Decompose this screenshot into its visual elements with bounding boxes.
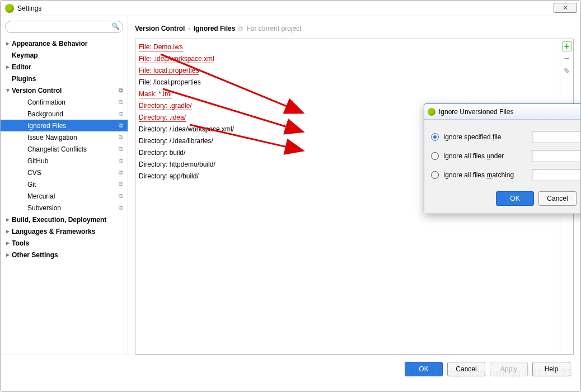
sidebar-item-editor[interactable]: ►Editor <box>1 61 128 73</box>
close-icon: ✕ <box>563 4 568 12</box>
dialog-row: Ignore specified file… <box>431 127 581 147</box>
watermark: http://blog.csdn.net/qq 33123025 <box>409 367 574 379</box>
project-scope-icon: ⧉ <box>119 87 123 94</box>
sidebar-item-appearance-behavior[interactable]: ►Appearance & Behavior <box>1 37 128 49</box>
dialog-cancel-button[interactable]: Cancel <box>538 191 577 206</box>
chevron-icon: ► <box>5 40 11 46</box>
sidebar-item-ignored-files[interactable]: Ignored Files⧉ <box>1 120 128 131</box>
sidebar-item-cvs[interactable]: CVS⧉ <box>1 167 128 178</box>
sidebar-item-label: GitHub <box>27 157 48 165</box>
sidebar-item-label: Ignored Files <box>27 122 66 130</box>
radio-label: Ignore all files under <box>443 152 527 160</box>
edit-button[interactable]: ✎ <box>562 66 572 76</box>
sidebar-item-version-control[interactable]: ▼Version Control⧉ <box>1 84 128 96</box>
breadcrumb-sep: › <box>188 26 190 32</box>
settings-tree: ►Appearance & BehaviorKeymap►EditorPlugi… <box>1 37 128 261</box>
radio-label: Ignore all files matching <box>443 171 527 179</box>
sidebar-item-github[interactable]: GitHub⧉ <box>1 155 128 167</box>
list-item[interactable]: File: Demo.iws <box>139 41 556 53</box>
sidebar-item-issue-navigation[interactable]: Issue Navigation⧉ <box>1 131 128 143</box>
project-scope-icon: ⧉ <box>119 110 123 117</box>
search-icon: 🔍 <box>111 22 120 30</box>
sidebar-item-plugins[interactable]: Plugins <box>1 73 128 84</box>
project-scope-icon: ⧉ <box>119 204 123 211</box>
sidebar-item-label: Keymap <box>12 51 38 59</box>
project-scope-label: For current project <box>246 25 301 32</box>
sidebar-item-label: Issue Navigation <box>27 134 77 141</box>
main-layout: 🔍 ►Appearance & BehaviorKeymap►EditorPlu… <box>1 16 580 355</box>
radio-option-2[interactable] <box>431 171 439 179</box>
list-item[interactable]: Mask: *.iml <box>139 88 556 100</box>
breadcrumb: Version Control › Ignored Files ⧉ For cu… <box>135 22 574 35</box>
sidebar-item-label: Tools <box>12 239 29 247</box>
breadcrumb-part2: Ignored Files <box>194 25 236 32</box>
sidebar-item-label: Changelist Conflicts <box>27 145 87 153</box>
settings-sidebar: 🔍 ►Appearance & BehaviorKeymap►EditorPlu… <box>1 16 128 355</box>
chevron-icon: ► <box>5 252 11 258</box>
titlebar: Settings ✕ <box>1 1 580 16</box>
search-input[interactable] <box>5 21 123 33</box>
sidebar-item-label: Build, Execution, Deployment <box>12 216 106 224</box>
window-title: Settings <box>17 4 41 12</box>
sidebar-item-languages-frameworks[interactable]: ►Languages & Frameworks <box>1 225 128 237</box>
sidebar-item-other-settings[interactable]: ►Other Settings <box>1 249 128 261</box>
sidebar-item-changelist-conflicts[interactable]: Changelist Conflicts⧉ <box>1 143 128 155</box>
sidebar-item-label: CVS <box>27 169 41 177</box>
chevron-icon: ► <box>5 64 11 70</box>
sidebar-item-git[interactable]: Git⧉ <box>1 178 128 190</box>
sidebar-item-confirmation[interactable]: Confirmation⧉ <box>1 96 128 108</box>
sidebar-item-label: Editor <box>12 63 31 71</box>
sidebar-item-background[interactable]: Background⧉ <box>1 108 128 120</box>
list-item[interactable]: File: .idea/workspace.xml <box>139 53 556 65</box>
sidebar-item-label: Languages & Frameworks <box>12 228 95 235</box>
add-button[interactable]: + <box>562 41 572 51</box>
sidebar-item-tools[interactable]: ►Tools <box>1 237 128 249</box>
dialog-titlebar[interactable]: Ignore Unversioned Files ✕ <box>424 104 581 120</box>
app-icon <box>5 4 14 13</box>
search-wrap: 🔍 <box>1 21 128 37</box>
project-scope-icon: ⧉ <box>119 181 123 188</box>
sidebar-item-label: Plugins <box>12 75 36 83</box>
chevron-icon: ► <box>5 240 11 246</box>
sidebar-item-label: Confirmation <box>27 98 65 106</box>
sidebar-item-label: Subversion <box>27 204 61 212</box>
sidebar-item-label: Appearance & Behavior <box>12 40 87 48</box>
dialog-icon <box>428 108 435 116</box>
project-scope-icon: ⧉ <box>119 98 123 106</box>
list-item[interactable]: File: local.properties <box>139 65 556 77</box>
window-close-button[interactable]: ✕ <box>554 3 577 13</box>
dialog-row: Ignore all files under… <box>431 147 581 166</box>
project-scope-icon: ⧉ <box>238 25 243 32</box>
path-input[interactable] <box>532 169 581 181</box>
project-scope-icon: ⧉ <box>119 192 123 200</box>
remove-button[interactable]: − <box>562 54 572 64</box>
project-scope-icon: ⧉ <box>119 169 123 176</box>
ignore-unversioned-dialog: Ignore Unversioned Files ✕ Ignore specif… <box>424 103 581 214</box>
dialog-body: Ignore specified file…Ignore all files u… <box>424 120 581 214</box>
project-scope-icon: ⧉ <box>119 157 123 164</box>
sidebar-item-label: Mercurial <box>27 192 55 200</box>
chevron-icon: ► <box>5 228 11 234</box>
dialog-ok-button[interactable]: OK <box>496 191 534 206</box>
dialog-title: Ignore Unversioned Files <box>439 108 513 116</box>
path-input[interactable] <box>532 150 581 162</box>
sidebar-item-label: Version Control <box>12 87 62 95</box>
sidebar-item-build-execution-deployment[interactable]: ►Build, Execution, Deployment <box>1 214 128 225</box>
chevron-icon: ▼ <box>5 87 11 93</box>
project-scope-icon: ⧉ <box>119 134 123 141</box>
path-input[interactable] <box>532 131 581 143</box>
project-scope-icon: ⧉ <box>119 122 123 129</box>
sidebar-item-mercurial[interactable]: Mercurial⧉ <box>1 190 128 202</box>
sidebar-item-label: Git <box>27 181 36 188</box>
chevron-icon: ► <box>5 216 11 223</box>
dialog-footer: OK Cancel Help <box>431 185 581 206</box>
radio-option-1[interactable] <box>431 152 439 160</box>
content-area: Version Control › Ignored Files ⧉ For cu… <box>128 16 580 355</box>
sidebar-item-keymap[interactable]: Keymap <box>1 49 128 61</box>
dialog-row: Ignore all files matching <box>431 166 581 185</box>
radio-option-0[interactable] <box>431 133 439 141</box>
project-scope-icon: ⧉ <box>119 145 123 153</box>
sidebar-item-subversion[interactable]: Subversion⧉ <box>1 202 128 214</box>
list-item[interactable]: File: /local.properties <box>139 77 556 88</box>
breadcrumb-part1: Version Control <box>135 25 185 32</box>
